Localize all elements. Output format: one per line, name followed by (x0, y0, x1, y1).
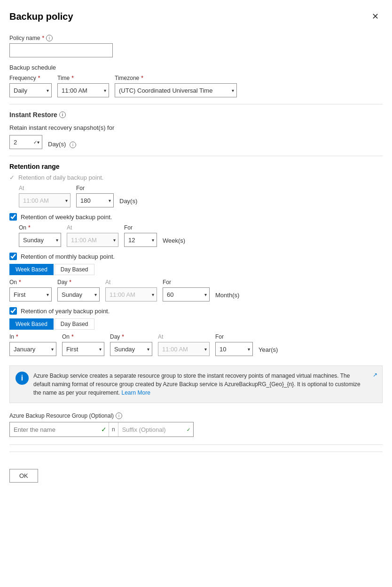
monthly-for-field: For 60 ▾ (163, 279, 210, 301)
resource-group-info-icon[interactable]: i (116, 412, 122, 419)
monthly-retention-block: Retention of monthly backup point. Week … (9, 253, 383, 301)
panel-title: Backup policy (9, 11, 73, 22)
retain-snapshot-label: Retain instant recovery snapshot(s) for (9, 124, 383, 131)
daily-for-label: For (76, 185, 114, 191)
daily-for-field: For 180 ▾ (76, 185, 114, 207)
policy-name-input[interactable] (9, 43, 113, 57)
yearly-at-field: At 11:00 AM ▾ (158, 333, 210, 356)
days-unit-label: Day(s) i (48, 141, 76, 149)
yearly-in-select[interactable]: JanuaryFebruaryMarch (9, 342, 56, 356)
monthly-checkbox-row: Retention of monthly backup point. (9, 253, 383, 260)
weekly-retention-label: Retention of weekly backup point. (21, 214, 112, 221)
monthly-checkbox[interactable] (9, 253, 17, 260)
monthly-on-select-wrap: FirstSecondThirdFourthLast ▾ (9, 287, 52, 301)
yearly-retention-block: Retention of yearly backup point. Week B… (9, 307, 383, 356)
policy-name-info-icon[interactable]: i (46, 35, 53, 41)
ok-button[interactable]: OK (9, 469, 38, 483)
timezone-select[interactable]: (UTC) Coordinated Universal Time (115, 83, 237, 97)
weekly-on-select[interactable]: SundayMondayTuesday (19, 233, 61, 247)
monthly-at-label: At (105, 279, 157, 286)
weekly-on-select-wrap: SundayMondayTuesday ▾ (19, 233, 61, 247)
time-field: Time * 11:00 AM ▾ (57, 75, 109, 97)
frequency-select[interactable]: Daily Weekly (9, 83, 52, 97)
daily-check-icon: ✓ (9, 174, 15, 181)
weekly-for-label: For (124, 224, 157, 231)
suffix-select[interactable]: Suffix (Optional) (118, 422, 193, 436)
resource-input-container: ✓ n Suffix (Optional) ✓ (9, 422, 194, 437)
daily-retention-label: Retention of daily backup point. (18, 174, 103, 181)
yearly-for-select[interactable]: 10 (215, 342, 253, 356)
timezone-select-wrap: (UTC) Coordinated Universal Time ▾ (115, 83, 237, 97)
yearly-in-field: In * JanuaryFebruaryMarch ▾ (9, 333, 56, 356)
daily-at-label: At (19, 185, 71, 191)
external-link-icon[interactable]: ↗ (373, 371, 377, 379)
resource-group-input[interactable] (10, 422, 99, 436)
daily-retention-block: ✓ Retention of daily backup point. At 11… (9, 174, 383, 207)
monthly-day-based-tab[interactable]: Day Based (55, 264, 94, 275)
yearly-on-label: On * (62, 333, 104, 340)
instant-restore-row: 21345 ✓▾ Day(s) i (9, 135, 383, 149)
timezone-field: Timezone * (UTC) Coordinated Universal T… (115, 75, 237, 97)
resource-group-section: Azure Backup Resource Group (Optional) i… (9, 412, 383, 437)
daily-for-select[interactable]: 180 (76, 193, 114, 207)
weekly-on-field: On * SundayMondayTuesday ▾ (19, 224, 61, 247)
weekly-at-select-wrap: 11:00 AM ▾ (67, 233, 118, 247)
yearly-checkbox[interactable] (9, 307, 17, 315)
monthly-week-based-tab[interactable]: Week Based (9, 264, 54, 275)
monthly-on-field: On * FirstSecondThirdFourthLast ▾ (9, 279, 52, 301)
panel-header: Backup policy ✕ (9, 9, 383, 24)
monthly-day-select[interactable]: SundayMonday (57, 287, 100, 301)
weekly-at-label: At (67, 224, 118, 231)
yearly-for-label: For (215, 333, 253, 340)
close-button[interactable]: ✕ (368, 9, 383, 24)
frequency-select-wrap: Daily Weekly ▾ (9, 83, 52, 97)
yearly-for-field: For 10 ▾ (215, 333, 253, 356)
monthly-for-select-wrap: 60 ▾ (163, 287, 210, 301)
yearly-checkbox-row: Retention of yearly backup point. (9, 307, 383, 315)
retention-range-section: Retention range ✓ Retention of daily bac… (9, 163, 383, 356)
info-box-icon: i (16, 372, 29, 385)
required-star: * (42, 35, 44, 41)
yearly-on-select-wrap: FirstSecondThird ▾ (62, 342, 104, 356)
yearly-day-select[interactable]: SundayMonday (110, 342, 152, 356)
monthly-on-select[interactable]: FirstSecondThirdFourthLast (9, 287, 52, 301)
yearly-at-select[interactable]: 11:00 AM (158, 342, 210, 356)
backup-schedule-label: Backup schedule (9, 64, 383, 71)
daily-at-field: At 11:00 AM ▾ (19, 185, 71, 207)
monthly-at-select[interactable]: 11:00 AM (105, 287, 157, 301)
monthly-day-field: Day * SundayMonday ▾ (57, 279, 100, 301)
weekly-for-field: For 12 ▾ (124, 224, 157, 247)
yearly-week-based-tab[interactable]: Week Based (9, 318, 54, 330)
resource-input-check-icon: ✓ (99, 422, 109, 436)
weekly-checkbox-row: Retention of weekly backup point. (9, 213, 383, 221)
yearly-on-select[interactable]: FirstSecondThird (62, 342, 104, 356)
yearly-day-field: Day * SundayMonday ▾ (110, 333, 152, 356)
yearly-in-select-wrap: JanuaryFebruaryMarch ▾ (9, 342, 56, 356)
yearly-retention-row: In * JanuaryFebruaryMarch ▾ On * (9, 333, 383, 356)
weekly-for-select[interactable]: 12 (124, 233, 157, 247)
monthly-day-label: Day * (57, 279, 100, 286)
monthly-for-select[interactable]: 60 (163, 287, 210, 301)
weekly-at-select[interactable]: 11:00 AM (67, 233, 118, 247)
policy-name-label: Policy name * i (9, 35, 383, 41)
daily-retention-row: At 11:00 AM ▾ For 180 ▾ (19, 185, 383, 207)
snapshot-days-select[interactable]: 21345 (9, 135, 42, 149)
learn-more-link[interactable]: Learn More (121, 389, 150, 396)
time-select[interactable]: 11:00 AM (57, 83, 109, 97)
daily-at-select[interactable]: 11:00 AM (19, 193, 71, 207)
yearly-day-based-tab[interactable]: Day Based (55, 318, 94, 330)
info-box: i Azure Backup service creates a separat… (9, 365, 383, 403)
weekly-unit-label: Week(s) (163, 237, 185, 247)
time-label: Time * (57, 75, 109, 81)
instant-restore-info-icon[interactable]: i (59, 111, 66, 118)
daily-for-select-wrap: 180 ▾ (76, 193, 114, 207)
weekly-checkbox[interactable] (9, 213, 17, 221)
daily-unit-label: Day(s) (119, 198, 137, 207)
days-info-icon[interactable]: i (70, 142, 76, 148)
retention-range-heading: Retention range (9, 163, 383, 170)
time-select-wrap: 11:00 AM ▾ (57, 83, 109, 97)
weekly-for-select-wrap: 12 ▾ (124, 233, 157, 247)
suffix-select-wrap: Suffix (Optional) ✓ (118, 422, 193, 436)
yearly-day-select-wrap: SundayMonday ▾ (110, 342, 152, 356)
yearly-day-label: Day * (110, 333, 152, 340)
